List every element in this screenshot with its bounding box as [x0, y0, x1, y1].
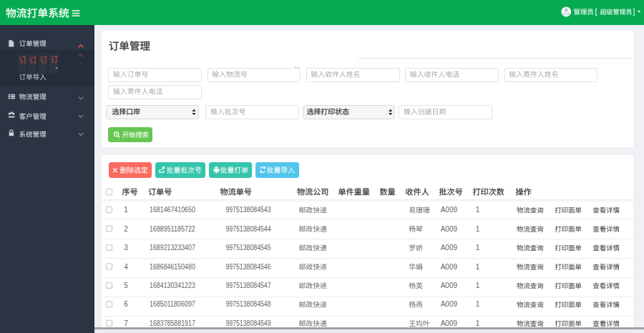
svg-text:A009: A009 — [441, 244, 458, 252]
svg-text:1: 1 — [476, 319, 480, 327]
svg-text:9975138084549: 9975138084549 — [225, 319, 270, 327]
svg-text:1686846150480: 1686846150480 — [150, 263, 195, 271]
svg-text:9975138084548: 9975138084548 — [225, 300, 270, 308]
svg-text:9975138084546: 9975138084546 — [225, 263, 270, 271]
svg-text:1685011806097: 1685011806097 — [150, 300, 195, 308]
svg-text:1684130341223: 1684130341223 — [150, 282, 195, 289]
svg-text:A009: A009 — [441, 225, 458, 233]
svg-text:1: 1 — [476, 206, 480, 214]
svg-text:6: 6 — [124, 300, 128, 308]
svg-text:9975138084544: 9975138084544 — [225, 225, 270, 233]
svg-text:A009: A009 — [441, 282, 458, 289]
svg-text:1681467410650: 1681467410650 — [150, 206, 195, 214]
svg-text:1683785881917: 1683785881917 — [150, 319, 195, 327]
svg-text:1689213233407: 1689213233407 — [150, 244, 195, 252]
svg-text:1: 1 — [476, 300, 480, 308]
svg-text:1: 1 — [476, 282, 480, 289]
svg-text:1: 1 — [476, 225, 480, 233]
svg-text:9975138084543: 9975138084543 — [225, 206, 270, 214]
svg-text:]: ] — [633, 8, 635, 16]
svg-text:1: 1 — [476, 244, 480, 252]
svg-text:3: 3 — [124, 244, 128, 252]
svg-text:4: 4 — [124, 263, 128, 271]
svg-text:1: 1 — [476, 263, 480, 271]
svg-text:1688951185722: 1688951185722 — [150, 225, 195, 233]
svg-text:[: [ — [595, 8, 597, 16]
svg-text:2: 2 — [124, 225, 128, 233]
svg-text:A009: A009 — [441, 206, 458, 214]
svg-text:7: 7 — [124, 319, 128, 327]
svg-text:5: 5 — [124, 282, 128, 289]
svg-text:A009: A009 — [441, 300, 458, 308]
svg-text:A009: A009 — [441, 263, 458, 271]
svg-text:1: 1 — [124, 206, 128, 214]
svg-text:9975138084545: 9975138084545 — [225, 244, 270, 252]
svg-text:A009: A009 — [441, 319, 458, 327]
svg-text:9975138084547: 9975138084547 — [225, 282, 270, 289]
